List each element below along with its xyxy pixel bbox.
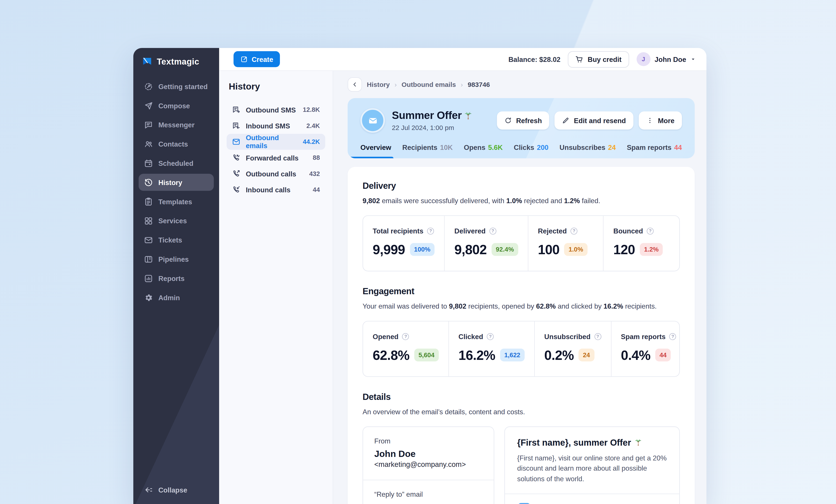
sidebar-item-label: Services: [158, 217, 187, 225]
sms-in-icon: [232, 121, 241, 130]
buy-credit-button[interactable]: Buy credit: [568, 51, 629, 67]
stat-value: 16.2%: [459, 347, 495, 363]
sidebar-item-label: Contacts: [158, 140, 188, 148]
breadcrumb-history[interactable]: History: [367, 81, 390, 88]
overview-card: Delivery 9,802 emails were successfully …: [347, 167, 695, 504]
engagement-stats: Opened ? 62.8% 5,604 Clicked ? 16.2% 1,6…: [363, 321, 680, 377]
dots-icon: [646, 117, 653, 124]
stat-value: 9,999: [373, 242, 405, 257]
call-out-icon: [232, 170, 241, 178]
help-icon[interactable]: ?: [594, 333, 601, 340]
history-item-outbound-calls[interactable]: Outbound calls 432: [227, 166, 325, 182]
stat-badge: 1,622: [500, 349, 525, 362]
help-icon[interactable]: ?: [487, 333, 494, 340]
textmagic-logo-icon: [142, 57, 152, 67]
from-email: <marketing@company.com>: [374, 460, 483, 468]
collapse-button[interactable]: Collapse: [133, 478, 219, 504]
stat-value: 100: [538, 242, 559, 257]
history-item-outbound-sms[interactable]: Outbound SMS 12.8K: [227, 102, 325, 118]
sms-out-icon: [232, 105, 241, 114]
app-window: Textmagic Getting started Compose Messen…: [133, 48, 706, 504]
logo-text: Textmagic: [157, 57, 199, 66]
help-icon[interactable]: ?: [427, 228, 434, 234]
history-icon: [144, 178, 153, 187]
sidebar-item-contacts[interactable]: Contacts: [139, 135, 214, 152]
stat-badge: 5,604: [414, 349, 439, 362]
tab-spam-reports[interactable]: Spam reports 44: [627, 140, 682, 158]
sidebar-item-compose[interactable]: Compose: [139, 97, 214, 114]
email-avatar: [360, 108, 385, 133]
history-item-inbound-calls[interactable]: Inbound calls 44: [227, 182, 325, 198]
edit-and-resend-button[interactable]: Edit and resend: [555, 111, 633, 130]
templates-icon: [144, 197, 153, 206]
campaign-head: Summer Offer 22 Jul 2024, 1:00 pm Refres…: [360, 108, 682, 133]
help-icon[interactable]: ?: [570, 228, 577, 234]
campaign-title: Summer Offer: [392, 109, 462, 121]
reports-icon: [144, 274, 153, 283]
more-button[interactable]: More: [639, 111, 682, 130]
sidebar-item-admin[interactable]: Admin: [139, 289, 214, 306]
sidebar-item-templates[interactable]: Templates: [139, 193, 214, 210]
user-name: John Doe: [655, 55, 686, 63]
sidebar-item-history[interactable]: History: [139, 174, 214, 191]
breadcrumb-outbound-emails[interactable]: Outbound emails: [401, 81, 456, 88]
sidebar-item-tickets[interactable]: Tickets: [139, 231, 214, 249]
stat-badge: 1.2%: [640, 243, 663, 256]
create-label: Create: [252, 55, 273, 63]
tab-count: 10K: [440, 143, 453, 151]
history-item-inbound-sms[interactable]: Inbound SMS 2.4K: [227, 118, 325, 134]
breadcrumb-983746: 983746: [468, 81, 490, 88]
tab-clicks[interactable]: Clicks 200: [514, 140, 549, 158]
stat-value: 120: [613, 242, 635, 257]
action-label: Refresh: [516, 116, 542, 124]
main-content: History›Outbound emails›983746 Summer Of…: [333, 71, 706, 504]
sidebar-item-pipelines[interactable]: Pipelines: [139, 250, 214, 268]
topbar-right: Balance: $28.02 Buy credit J John Doe: [508, 51, 696, 67]
stat-card-bounced: Bounced ? 120 1.2%: [604, 216, 679, 271]
history-item-outbound-emails[interactable]: Outbound emails 44.2K: [227, 134, 325, 150]
refresh-button[interactable]: Refresh: [497, 111, 549, 130]
tab-opens[interactable]: Opens 5.6K: [464, 140, 503, 158]
sidebar-item-scheduled[interactable]: Scheduled: [139, 155, 214, 172]
help-icon[interactable]: ?: [402, 333, 409, 340]
user-menu[interactable]: J John Doe: [636, 52, 696, 66]
help-icon[interactable]: ?: [669, 333, 676, 340]
create-button[interactable]: Create: [233, 51, 280, 67]
stat-badge: 44: [655, 349, 671, 362]
tab-recipients[interactable]: Recipients 10K: [402, 140, 453, 158]
history-item-forwarded-calls[interactable]: Forwarded calls 88: [227, 150, 325, 166]
campaign-title-block: Summer Offer 22 Jul 2024, 1:00 pm: [392, 109, 473, 132]
action-label: Edit and resend: [574, 116, 626, 124]
history-item-label: Outbound SMS: [246, 106, 296, 114]
sidebar-item-reports[interactable]: Reports: [139, 270, 214, 287]
help-icon[interactable]: ?: [489, 228, 496, 234]
buy-credit-label: Buy credit: [588, 55, 622, 63]
stat-card-opened: Opened ? 62.8% 5,604: [363, 321, 449, 376]
tab-overview[interactable]: Overview: [360, 140, 391, 158]
email-subject-block: {First name}, summer Offer {First name},…: [505, 427, 680, 493]
scheduled-icon: [144, 158, 153, 168]
history-item-label: Forwarded calls: [246, 154, 299, 162]
sidebar-item-label: Tickets: [158, 236, 182, 244]
stat-card-total-recipients: Total recipients ? 9,999 100%: [363, 216, 445, 271]
screenshot-viewport: Textmagic Getting started Compose Messen…: [0, 0, 836, 504]
compose-square-icon: [241, 56, 248, 63]
stat-badge: 100%: [410, 243, 435, 256]
tab-unsubscribes[interactable]: Unsubscribes 24: [559, 140, 616, 158]
sidebar-item-label: Getting started: [158, 82, 208, 91]
stat-value: 9,802: [454, 242, 487, 257]
collapse-icon: [144, 485, 153, 495]
history-item-label: Inbound SMS: [246, 122, 290, 130]
help-icon[interactable]: ?: [647, 228, 653, 234]
logo[interactable]: Textmagic: [133, 48, 219, 73]
delivery-heading: Delivery: [363, 180, 680, 191]
chevron-left-icon: [352, 81, 358, 88]
sidebar-item-getting-started[interactable]: Getting started: [139, 78, 214, 95]
sidebar-item-messenger[interactable]: Messenger: [139, 116, 214, 133]
sidebar-item-services[interactable]: Services: [139, 212, 214, 229]
pipelines-icon: [144, 254, 153, 264]
topbar: Create Balance: $28.02 Buy credit J John…: [219, 48, 706, 71]
messenger-icon: [144, 120, 153, 129]
back-button[interactable]: [347, 77, 362, 92]
tab-count: 24: [608, 143, 616, 151]
